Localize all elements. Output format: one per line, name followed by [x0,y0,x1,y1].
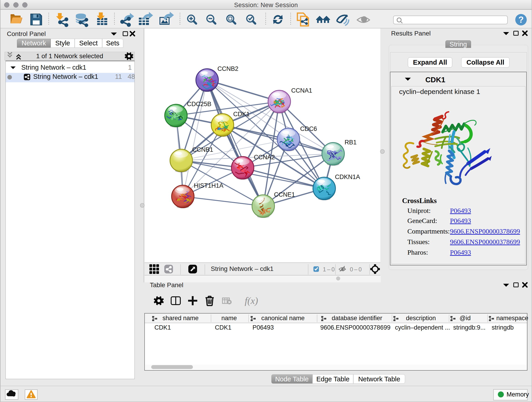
svg-text:CDC6: CDC6 [300,125,317,132]
svg-text:CCNA2: CCNA2 [254,154,275,161]
svg-text:f(x): f(x) [245,295,258,306]
svg-text:CDKN1A: CDKN1A [335,173,360,180]
svg-text:CCNA1: CCNA1 [291,87,312,94]
svg-text:?: ? [518,15,524,25]
svg-text:CCNB1: CCNB1 [192,146,213,153]
svg-text:HIST1H1A: HIST1H1A [194,182,223,189]
svg-text:CDC25B: CDC25B [187,101,211,108]
svg-text:CCNE1: CCNE1 [274,191,295,198]
svg-text:CCNB2: CCNB2 [217,65,239,72]
svg-text:RB1: RB1 [345,139,357,146]
svg-text:CDK1: CDK1 [233,111,250,118]
